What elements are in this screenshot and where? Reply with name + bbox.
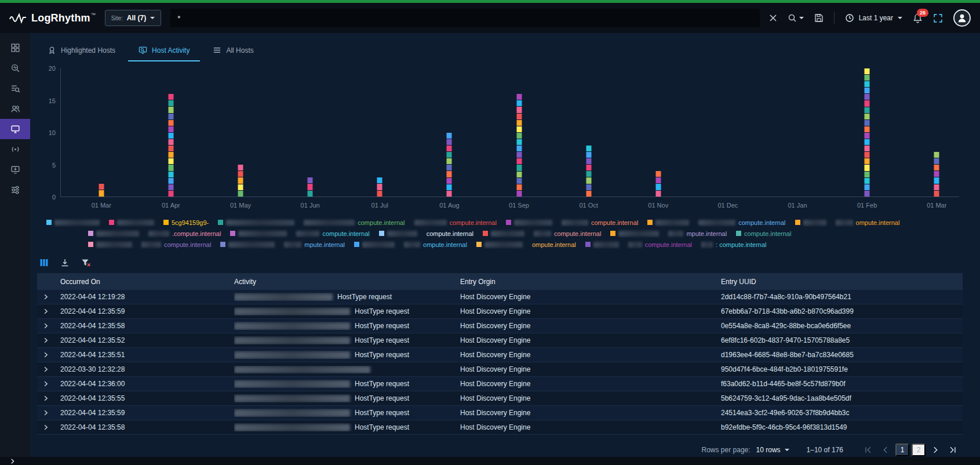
legend-item[interactable]: compute.internal	[141, 241, 211, 248]
fullscreen-button[interactable]	[933, 13, 943, 23]
legend-item[interactable]: compute.internal	[296, 230, 369, 237]
legend-item[interactable]	[230, 231, 287, 237]
search-options-button[interactable]	[788, 13, 804, 23]
table-row[interactable]: 2022-03-30 12:32:28Host Discovery Engine…	[37, 362, 963, 377]
legend-item[interactable]	[483, 231, 524, 237]
stacked-bar[interactable]	[934, 152, 939, 197]
legend-item[interactable]	[610, 231, 659, 237]
stacked-bar[interactable]	[99, 184, 104, 197]
table-row[interactable]: 2022-04-04 12:19:28HostType requestHost …	[37, 290, 963, 304]
legend-item[interactable]: compute.internal	[534, 230, 601, 237]
sidebar-item-network[interactable]	[0, 139, 30, 159]
stacked-bar[interactable]	[655, 171, 661, 197]
legend-item[interactable]	[109, 220, 154, 226]
page-button[interactable]: 2	[912, 444, 926, 456]
column-header[interactable]: Activity	[234, 278, 460, 286]
sidebar-item-search[interactable]	[0, 78, 30, 99]
user-avatar[interactable]	[953, 9, 971, 27]
legend-item[interactable]: mpute.internal	[284, 241, 345, 248]
row-expand-button[interactable]	[37, 351, 60, 358]
stacked-bar[interactable]	[516, 94, 522, 197]
legend-item[interactable]: compute.internal	[628, 241, 692, 248]
row-expand-button[interactable]	[37, 409, 60, 416]
legend-item[interactable]	[476, 242, 523, 248]
table-row[interactable]: 2022-04-04 12:35:58HostType requestHost …	[37, 420, 963, 435]
legend-item[interactable]: .compute.internal	[148, 230, 221, 237]
legend-item[interactable]	[218, 220, 294, 226]
legend-item[interactable]: compute.internal	[698, 219, 785, 226]
legend-item[interactable]	[647, 220, 689, 226]
column-settings-button[interactable]	[39, 258, 49, 267]
table-row[interactable]: 2022-04-04 12:35:59HostType requestHost …	[37, 304, 963, 319]
table-row[interactable]: 2022-04-04 12:35:58HostType requestHost …	[37, 319, 963, 333]
site-selector[interactable]: Site: All (7)	[105, 10, 161, 26]
notifications-button[interactable]: 26	[913, 13, 923, 23]
last-page-button[interactable]	[945, 443, 960, 457]
legend-item[interactable]: ompute.internal	[836, 219, 900, 226]
legend-item[interactable]	[88, 242, 132, 248]
row-expand-button[interactable]	[37, 308, 60, 315]
legend-item[interactable]	[585, 242, 619, 248]
table-row[interactable]: 2022-04-04 12:35:51HostType requestHost …	[37, 348, 963, 362]
stacked-bar[interactable]	[377, 177, 382, 197]
prev-page-button[interactable]	[878, 443, 893, 457]
legend-item[interactable]: ompute.internal	[404, 241, 467, 248]
next-page-button[interactable]	[928, 443, 943, 457]
row-expand-button[interactable]	[37, 395, 60, 402]
row-expand-button[interactable]	[37, 293, 60, 300]
stacked-bar[interactable]	[168, 94, 173, 197]
sidebar-item-hosts[interactable]	[0, 119, 30, 139]
sidebar-item-analyze[interactable]	[0, 58, 30, 78]
tab-all-hosts[interactable]: All Hosts	[202, 41, 264, 61]
clear-filters-button[interactable]	[81, 258, 91, 267]
row-expand-button[interactable]	[37, 380, 60, 387]
sidebar-item-deployment[interactable]	[0, 159, 30, 180]
download-button[interactable]	[60, 258, 70, 267]
time-range-selector[interactable]: Last 1 year	[845, 13, 902, 23]
rows-per-page-select[interactable]: 10 rows	[756, 446, 789, 454]
stacked-bar[interactable]	[447, 133, 452, 197]
column-header[interactable]: Entry Orgin	[460, 278, 721, 286]
stacked-bar[interactable]	[865, 68, 870, 197]
row-expand-button[interactable]	[37, 322, 60, 329]
save-search-button[interactable]	[814, 13, 824, 23]
logrhythm-logo[interactable]: LogRhythm™	[9, 12, 96, 24]
tab-host-activity[interactable]: Host Activity	[128, 41, 200, 61]
row-expand-button[interactable]	[37, 424, 60, 431]
legend-item[interactable]	[220, 242, 275, 248]
sidebar-item-users[interactable]	[0, 99, 30, 119]
sidebar-item-settings[interactable]	[0, 180, 30, 200]
legend-item[interactable]: mpute.internal	[668, 230, 727, 237]
legend-item[interactable]: ompute.internal	[532, 241, 576, 248]
expand-sidebar-button[interactable]	[9, 458, 16, 464]
legend-item[interactable]: compute.internal	[427, 230, 473, 237]
legend-item[interactable]: 5cg94159g9-	[163, 219, 209, 226]
sidebar-item-dashboard[interactable]	[0, 38, 30, 58]
legend-item[interactable]: compute.internal	[736, 230, 791, 237]
row-expand-button[interactable]	[37, 337, 60, 344]
legend-item[interactable]	[795, 220, 826, 226]
legend-item[interactable]	[379, 231, 417, 237]
column-header[interactable]: Entry UUID	[721, 278, 963, 286]
legend-item[interactable]	[88, 231, 139, 237]
table-row[interactable]: 2022-04-04 12:35:55HostType requestHost …	[37, 391, 963, 406]
tab-highlighted-hosts[interactable]: Highlighted Hosts	[37, 41, 126, 61]
legend-item[interactable]: compute.internal	[562, 219, 638, 226]
column-header[interactable]: Occurred On	[60, 278, 234, 286]
clear-search-button[interactable]	[769, 14, 777, 22]
legend-item[interactable]	[506, 220, 552, 226]
legend-item[interactable]: compute.internal	[304, 219, 405, 226]
first-page-button[interactable]	[861, 443, 876, 457]
row-expand-button[interactable]	[37, 366, 60, 373]
stacked-bar[interactable]	[238, 165, 243, 197]
table-row[interactable]: 2022-04-04 12:35:59HostType requestHost …	[37, 406, 963, 420]
page-button[interactable]: 1	[895, 444, 909, 456]
table-row[interactable]: 2022-04-04 12:36:00HostType requestHost …	[37, 377, 963, 391]
legend-item[interactable]: compute.internal	[414, 219, 497, 226]
stacked-bar[interactable]	[586, 146, 591, 197]
search-input[interactable]: *	[170, 9, 759, 27]
legend-item[interactable]	[354, 242, 395, 248]
legend-item[interactable]	[46, 220, 100, 226]
legend-item[interactable]: : compute.internal	[701, 241, 766, 248]
table-row[interactable]: 2022-04-04 12:35:52HostType requestHost …	[37, 333, 963, 348]
